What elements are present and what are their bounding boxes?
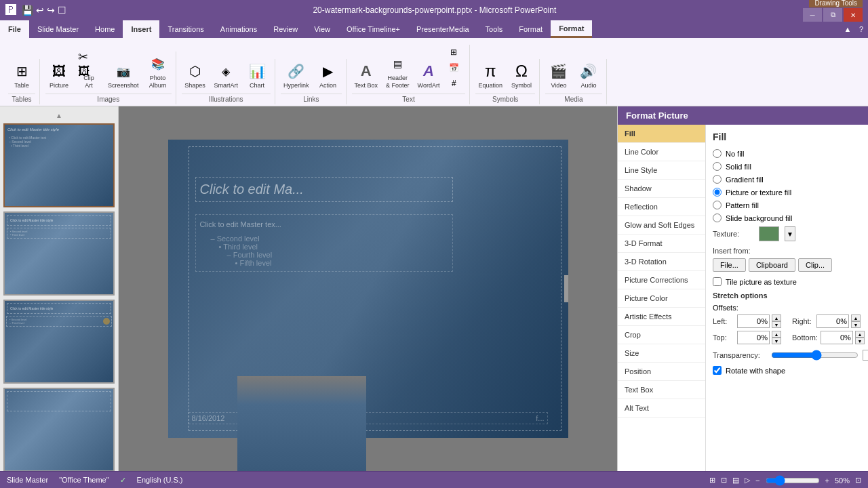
tile-checkbox[interactable] — [713, 277, 722, 286]
body-placeholder[interactable]: Click to edit Master tex... – Second lev… — [195, 214, 453, 272]
chart-button[interactable]: 📊 Chart — [243, 59, 271, 91]
clip-button[interactable]: Clip... — [798, 258, 832, 272]
texture-dropdown[interactable]: ▼ — [785, 226, 795, 241]
action-button[interactable]: ▶ Action — [315, 59, 342, 91]
fnav-picture-corrections[interactable]: Picture Corrections — [618, 271, 705, 289]
top-spin-up[interactable]: ▲ — [772, 331, 781, 338]
header-footer-button[interactable]: ▤ Header& Footer — [383, 52, 412, 91]
tab-format-left[interactable]: Format — [511, 20, 551, 38]
top-offset-input[interactable] — [737, 331, 770, 344]
tab-review[interactable]: Review — [265, 20, 306, 38]
bottom-spin-up[interactable]: ▲ — [855, 331, 865, 338]
clipboard-button[interactable]: Clipboard — [749, 258, 795, 272]
left-offset-input[interactable] — [737, 314, 770, 328]
fnav-3d-format[interactable]: 3-D Format — [618, 235, 705, 253]
date-time-button[interactable]: 📅 — [445, 60, 465, 75]
fnav-crop[interactable]: Crop — [618, 326, 705, 344]
tab-tools[interactable]: Tools — [477, 20, 511, 38]
tab-animations[interactable]: Animations — [212, 20, 265, 38]
tab-file[interactable]: File — [0, 20, 29, 38]
top-spin-down[interactable]: ▼ — [772, 338, 781, 344]
view-slideshow-icon[interactable]: ▷ — [745, 476, 750, 485]
ribbon-collapse[interactable]: ▲ — [841, 20, 854, 38]
bottom-offset-input[interactable] — [821, 331, 853, 344]
slide-bg-radio[interactable] — [713, 214, 722, 222]
file-button[interactable]: File... — [713, 258, 746, 272]
pattern-fill-label[interactable]: Pattern fill — [726, 201, 759, 209]
close-button[interactable]: ✕ — [844, 8, 863, 22]
scroll-up[interactable]: ▲ — [3, 112, 115, 119]
language[interactable]: English (U.S.) — [137, 476, 183, 485]
gradient-fill-label[interactable]: Gradient fill — [726, 176, 764, 184]
tab-office-timeline[interactable]: Office Timeline+ — [338, 20, 408, 38]
tab-view[interactable]: View — [306, 20, 338, 38]
shapes-button[interactable]: ⬡ Shapes — [182, 59, 209, 91]
help-button[interactable]: ? — [854, 20, 868, 38]
slide-thumb-4[interactable] — [3, 388, 115, 471]
view-normal-icon[interactable]: ⊞ — [709, 476, 715, 485]
bottom-spin-down[interactable]: ▼ — [855, 338, 865, 344]
rotate-checkbox[interactable] — [713, 366, 722, 375]
zoom-in-icon[interactable]: + — [825, 476, 829, 485]
tab-insert[interactable]: Insert — [123, 20, 159, 38]
slide-thumb-3[interactable]: Click to edit Master title style • Secon… — [3, 300, 115, 384]
fnav-3d-rotation[interactable]: 3-D Rotation — [618, 253, 705, 271]
photo-album-button[interactable]: 📚 PhotoAlbum — [144, 52, 172, 91]
view-mode[interactable]: Slide Master — [7, 476, 48, 485]
fnav-alt-text[interactable]: Alt Text — [618, 399, 705, 418]
fnav-text-box[interactable]: Text Box — [618, 381, 705, 399]
slide-thumb-2[interactable]: Click to edit Master title style • Secon… — [3, 211, 115, 296]
fnav-glow-soft-edges[interactable]: Glow and Soft Edges — [618, 216, 705, 235]
fnav-position[interactable]: Position — [618, 363, 705, 381]
fnav-line-color[interactable]: Line Color — [618, 143, 705, 161]
fnav-picture-color[interactable]: Picture Color — [618, 289, 705, 308]
tab-presentermedia[interactable]: PresenterMedia — [408, 20, 477, 38]
fnav-artistic-effects[interactable]: Artistic Effects — [618, 308, 705, 326]
fnav-shadow[interactable]: Shadow — [618, 180, 705, 198]
restore-button[interactable]: ⧉ — [823, 8, 842, 22]
transparency-slider[interactable] — [771, 350, 859, 361]
slide-thumb-1[interactable]: Click to edit Master title style • Click… — [3, 123, 115, 207]
title-placeholder[interactable]: Click to edit Ma... — [195, 177, 453, 202]
transparency-value[interactable]: 52% — [863, 350, 868, 361]
video-button[interactable]: 🎬 Video — [545, 59, 572, 91]
view-reading-icon[interactable]: ▤ — [732, 476, 739, 485]
textbox-button[interactable]: A Text Box — [352, 59, 381, 91]
solid-fill-label[interactable]: Solid fill — [726, 163, 751, 171]
zoom-out-icon[interactable]: − — [755, 476, 760, 485]
picture-texture-radio[interactable] — [713, 188, 722, 197]
fnav-line-style[interactable]: Line Style — [618, 161, 705, 180]
no-fill-label[interactable]: No fill — [726, 150, 745, 158]
slide-num-button[interactable]: # — [445, 76, 465, 91]
no-fill-radio[interactable] — [713, 149, 722, 158]
screenshot-button[interactable]: 📷 Screenshot — [105, 59, 142, 91]
scroll-handle[interactable] — [564, 275, 568, 302]
symbol-button[interactable]: Ω Symbol — [508, 59, 535, 91]
picture-texture-label[interactable]: Picture or texture fill — [726, 188, 791, 197]
fnav-size[interactable]: Size — [618, 344, 705, 363]
wordart-button[interactable]: A WordArt — [415, 59, 443, 91]
object-button[interactable]: ⊞ — [445, 45, 465, 60]
table-button[interactable]: ⊞ Table — [8, 59, 35, 91]
minimize-button[interactable]: ─ — [803, 8, 822, 22]
tab-transitions[interactable]: Transitions — [159, 20, 212, 38]
pattern-fill-radio[interactable] — [713, 201, 722, 209]
smartart-button[interactable]: ◈ SmartArt — [212, 59, 241, 91]
audio-button[interactable]: 🔊 Audio — [575, 59, 602, 91]
fit-window-icon[interactable]: ⊡ — [855, 476, 861, 485]
tab-slide-master[interactable]: Slide Master — [29, 20, 87, 38]
solid-fill-radio[interactable] — [713, 162, 722, 171]
fnav-reflection[interactable]: Reflection — [618, 198, 705, 216]
right-spin-down[interactable]: ▼ — [851, 321, 861, 328]
fnav-fill[interactable]: Fill — [618, 125, 705, 143]
canvas-area[interactable]: Click to edit Ma... Click to edit Master… — [119, 106, 617, 471]
right-spin-up[interactable]: ▲ — [851, 314, 861, 321]
gradient-fill-radio[interactable] — [713, 175, 722, 184]
hyperlink-button[interactable]: 🔗 Hyperlink — [281, 59, 312, 91]
tab-home[interactable]: Home — [87, 20, 123, 38]
picture-button[interactable]: 🖼 Picture — [45, 59, 73, 91]
zoom-level[interactable]: 50% — [835, 476, 850, 485]
slide-bg-label[interactable]: Slide background fill — [726, 214, 792, 222]
rotate-label[interactable]: Rotate with shape — [726, 367, 785, 375]
tab-format-right[interactable]: Format — [551, 20, 592, 38]
